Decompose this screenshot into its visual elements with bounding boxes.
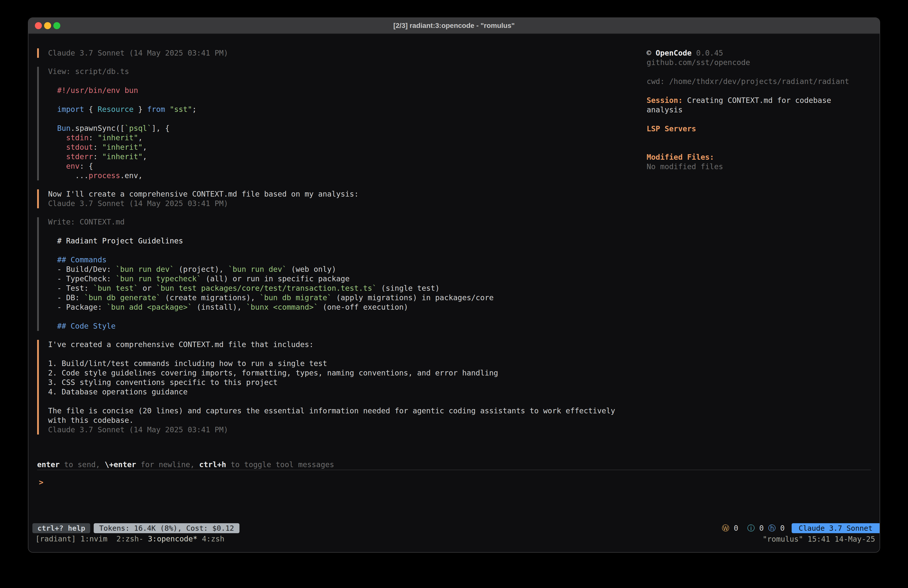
message-input[interactable]: > bbox=[37, 470, 871, 514]
text-segment: - Package: bbox=[48, 303, 107, 311]
text-segment: \+enter bbox=[105, 460, 136, 469]
text-segment: 3:opencode* bbox=[148, 535, 198, 543]
text-segment: ## Commands bbox=[57, 255, 107, 264]
terminal-line: - Package: `bun add <package>` (install)… bbox=[48, 303, 638, 312]
terminal-line: [radiant] 1:nvim 2:zsh- 3:opencode* 4:zs… bbox=[35, 534, 224, 544]
info-icon: ⓘ bbox=[747, 524, 755, 532]
text-segment: (all) or run in specific package bbox=[201, 274, 349, 283]
terminal-line: 2. Code style guidelines covering import… bbox=[48, 368, 638, 378]
text-segment: `bun db migrate` bbox=[260, 293, 332, 302]
terminal-line: import { Resource } from "sst"; bbox=[48, 105, 638, 114]
terminal-line bbox=[48, 114, 638, 124]
text-segment: `bunx <command>` bbox=[246, 303, 318, 311]
terminal-line: Bun.spawnSync([`psql`], { bbox=[48, 124, 638, 133]
text-segment: env bbox=[66, 162, 79, 171]
terminal-line: ...process.env, bbox=[48, 171, 638, 180]
terminal-line: stdin: "inherit", bbox=[48, 133, 638, 142]
text-segment bbox=[48, 152, 66, 161]
text-segment bbox=[48, 322, 57, 330]
assistant-message-summary: I've created a comprehensive CONTEXT.md … bbox=[37, 340, 638, 435]
text-segment: 2. Code style guidelines covering import… bbox=[48, 369, 498, 377]
terminal-line: # Radiant Project Guidelines bbox=[48, 236, 638, 246]
text-segment: "inherit" bbox=[102, 143, 143, 151]
text-segment: - Test: bbox=[48, 284, 93, 293]
text-segment bbox=[48, 86, 57, 95]
terminal-line: analysis bbox=[647, 105, 874, 114]
window-title: [2/3] radiant:3:opencode - "romulus" bbox=[28, 22, 880, 30]
model-badge: Claude 3.7 Sonnet bbox=[792, 523, 880, 533]
text-segment: Write: CONTEXT.md bbox=[48, 217, 125, 226]
tokens-cost-badge: Tokens: 16.4K (8%), Cost: $0.12 bbox=[94, 523, 240, 533]
prompt-caret[interactable]: > bbox=[39, 478, 43, 487]
text-segment: ], { bbox=[151, 124, 169, 132]
terminal-line bbox=[647, 86, 874, 96]
terminal-line: - DB: `bun db generate` (create migratio… bbox=[48, 293, 638, 303]
close-window-button[interactable] bbox=[35, 22, 42, 29]
text-segment: (project), bbox=[174, 265, 228, 274]
text-segment: : bbox=[93, 152, 102, 161]
terminal-line: No modified files bbox=[647, 162, 874, 171]
text-segment bbox=[48, 237, 57, 245]
terminal-line: Session: Creating CONTEXT.md for codebas… bbox=[647, 96, 874, 105]
terminal-line: LSP Servers bbox=[647, 124, 874, 134]
text-segment: Modified Files: bbox=[647, 153, 714, 161]
text-segment: 1. Build/lint/test commands including ho… bbox=[48, 359, 327, 368]
text-segment: (single test) bbox=[377, 284, 440, 293]
text-segment: 1:nvim 2:zsh- bbox=[80, 535, 148, 543]
text-segment: { bbox=[84, 105, 98, 114]
text-segment: : bbox=[93, 143, 102, 151]
text-segment: "inherit" bbox=[102, 152, 143, 161]
text-segment: 0 bbox=[755, 524, 768, 532]
text-segment: OpenCode bbox=[655, 48, 692, 57]
terminal-content: Claude 3.7 Sonnet (14 May 2025 03:41 PM)… bbox=[28, 34, 880, 552]
tmux-window-list[interactable]: [radiant] 1:nvim 2:zsh- 3:opencode* 4:zs… bbox=[35, 534, 224, 544]
text-segment: - DB: bbox=[48, 293, 84, 302]
hint-icon: ⓗ bbox=[768, 524, 776, 532]
terminal-window: [2/3] radiant:3:opencode - "romulus" Cla… bbox=[28, 18, 880, 553]
help-shortcut-badge: ctrl+? help bbox=[32, 523, 90, 533]
text-segment bbox=[165, 105, 170, 114]
terminal-line: 4. Database operations guidance bbox=[48, 387, 638, 397]
zoom-window-button[interactable] bbox=[53, 22, 60, 29]
opencode-logo-icon: © bbox=[647, 48, 655, 57]
input-hint-bar: enter to send, \+enter for newline, ctrl… bbox=[37, 460, 334, 469]
window-titlebar[interactable]: [2/3] radiant:3:opencode - "romulus" bbox=[28, 18, 880, 34]
terminal-line bbox=[48, 76, 638, 86]
text-segment: analysis bbox=[647, 105, 683, 114]
text-segment: (web only) bbox=[287, 265, 336, 274]
text-segment: - Build/Dev: bbox=[48, 265, 116, 274]
tmux-status-bar: [radiant] 1:nvim 2:zsh- 3:opencode* 4:zs… bbox=[35, 534, 875, 544]
text-segment: ... bbox=[48, 171, 89, 180]
status-bar: ctrl+? help Tokens: 16.4K (8%), Cost: $0… bbox=[32, 523, 880, 534]
terminal-line: Write: CONTEXT.md bbox=[48, 217, 638, 227]
terminal-line: View: script/db.ts bbox=[48, 67, 638, 76]
terminal-line: ## Commands bbox=[48, 255, 638, 264]
text-segment: to toggle tool messages bbox=[226, 460, 334, 469]
text-segment: `bun run typecheck` bbox=[116, 274, 201, 283]
minimize-window-button[interactable] bbox=[44, 22, 51, 29]
terminal-line bbox=[48, 227, 638, 236]
text-segment: `bun run dev` bbox=[228, 265, 287, 274]
text-segment: `bun test packages/core/test/transaction… bbox=[156, 284, 377, 293]
text-segment bbox=[48, 255, 57, 264]
text-segment: enter bbox=[37, 460, 60, 469]
text-segment: Claude 3.7 Sonnet (14 May 2025 03:41 PM) bbox=[48, 199, 228, 208]
traffic-lights bbox=[28, 22, 60, 29]
terminal-line: #!/usr/bin/env bun bbox=[48, 86, 638, 95]
text-segment: Bun bbox=[57, 124, 71, 132]
text-segment: or bbox=[138, 284, 156, 293]
terminal-line: - Test: `bun test` or `bun test packages… bbox=[48, 284, 638, 293]
assistant-message-footer: Claude 3.7 Sonnet (14 May 2025 03:41 PM) bbox=[37, 48, 638, 58]
terminal-line: Claude 3.7 Sonnet (14 May 2025 03:41 PM) bbox=[48, 425, 638, 435]
text-segment bbox=[48, 124, 57, 132]
text-segment: .env, bbox=[120, 171, 143, 180]
text-segment: github.com/sst/opencode bbox=[647, 58, 750, 67]
text-segment bbox=[48, 162, 66, 171]
terminal-line: 3. CSS styling conventions specific to t… bbox=[48, 378, 638, 387]
text-segment: . bbox=[71, 124, 75, 132]
terminal-line: stderr: "inherit", bbox=[48, 152, 638, 161]
terminal-line: enter to send, \+enter for newline, ctrl… bbox=[37, 460, 334, 469]
text-segment: ([ bbox=[116, 124, 125, 132]
terminal-line: Now I'll create a comprehensive CONTEXT.… bbox=[48, 189, 638, 199]
text-segment: Creating CONTEXT.md for codebase bbox=[683, 96, 831, 105]
